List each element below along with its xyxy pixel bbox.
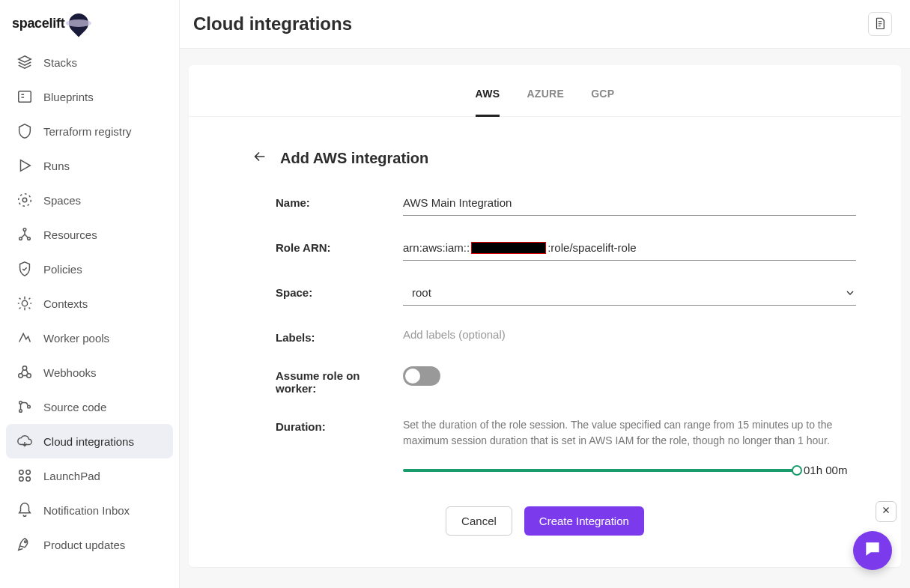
sidebar-item-label: Policies <box>43 263 82 276</box>
sidebar-item-label: Runs <box>43 160 70 172</box>
stacks-icon <box>16 54 33 70</box>
sidebar-item-stacks[interactable]: Stacks <box>6 45 173 79</box>
sidebar-item-cloud-integrations[interactable]: Cloud integrations <box>6 424 173 458</box>
cloud-integrations-icon <box>16 433 33 449</box>
back-button[interactable] <box>252 148 268 168</box>
svg-point-17 <box>25 541 27 543</box>
svg-point-8 <box>27 374 31 378</box>
sidebar-item-label: Terraform registry <box>43 125 132 138</box>
brand-name: spacelift <box>12 16 64 31</box>
policies-icon <box>16 261 33 277</box>
svg-point-14 <box>26 470 31 475</box>
assume-role-toggle[interactable] <box>403 366 440 386</box>
form-title: Add AWS integration <box>280 150 428 167</box>
svg-point-1 <box>22 198 27 202</box>
sidebar-item-label: Worker pools <box>43 332 109 345</box>
sidebar-item-label: Contexts <box>43 297 88 310</box>
brand-logo[interactable]: spacelift <box>6 9 173 45</box>
role-arn-prefix: arn:aws:iam:: <box>403 241 470 254</box>
cancel-button[interactable]: Cancel <box>446 506 512 536</box>
svg-point-12 <box>28 405 31 408</box>
duration-slider[interactable] <box>403 469 798 472</box>
resources-icon <box>16 226 33 243</box>
sidebar-item-spaces[interactable]: Spaces <box>6 183 173 217</box>
sidebar-item-label: LaunchPad <box>43 470 100 482</box>
duration-label: Duration: <box>276 417 403 433</box>
tab-aws[interactable]: AWS <box>476 88 500 117</box>
sidebar-item-label: Stacks <box>43 56 77 69</box>
sidebar-item-policies[interactable]: Policies <box>6 252 173 286</box>
notification-icon <box>16 502 33 518</box>
source-code-icon <box>16 398 33 415</box>
contexts-icon <box>16 295 33 312</box>
sidebar-item-terraform-registry[interactable]: Terraform registry <box>6 114 173 148</box>
duration-value: 01h 00m <box>804 464 856 476</box>
provider-tabs: AWS AZURE GCP <box>189 65 901 117</box>
integration-card: AWS AZURE GCP Add AWS integration Name: <box>189 65 901 567</box>
tab-azure[interactable]: AZURE <box>527 88 564 116</box>
chat-widget-button[interactable] <box>853 531 892 570</box>
runs-icon <box>16 157 33 174</box>
svg-point-10 <box>19 401 22 404</box>
sidebar-item-product-updates[interactable]: Product updates <box>6 527 173 562</box>
duration-help-text: Set the duration of the role session. Th… <box>403 417 856 449</box>
space-label: Space: <box>276 283 403 299</box>
sidebar-item-label: Webhooks <box>43 366 97 379</box>
labels-input[interactable]: Add labels (optional) <box>403 328 506 341</box>
assume-role-label: Assume role on worker: <box>276 366 403 395</box>
sidebar-item-source-code[interactable]: Source code <box>6 390 173 424</box>
sidebar-item-label: Product updates <box>43 539 125 551</box>
webhooks-icon <box>16 364 33 381</box>
tab-gcp[interactable]: GCP <box>591 88 614 116</box>
sidebar-item-runs[interactable]: Runs <box>6 148 173 183</box>
document-icon <box>873 16 887 32</box>
sidebar-item-notification-inbox[interactable]: Notification Inbox <box>6 493 173 527</box>
name-label: Name: <box>276 193 403 209</box>
close-icon <box>881 505 891 518</box>
role-arn-label: Role ARN: <box>276 238 403 254</box>
sidebar-item-label: Source code <box>43 401 106 413</box>
sidebar-item-worker-pools[interactable]: Worker pools <box>6 321 173 355</box>
svg-point-11 <box>19 410 22 413</box>
svg-rect-0 <box>19 91 31 103</box>
labels-label: Labels: <box>276 328 403 344</box>
chat-icon <box>863 539 882 562</box>
close-chat-button[interactable] <box>876 501 897 522</box>
create-integration-button[interactable]: Create Integration <box>524 506 644 536</box>
sidebar-item-label: Spaces <box>43 194 81 207</box>
sidebar-item-resources[interactable]: Resources <box>6 217 173 252</box>
docs-button[interactable] <box>868 12 892 36</box>
spaces-icon <box>16 192 33 208</box>
registry-icon <box>16 123 33 139</box>
slider-thumb[interactable] <box>792 465 802 476</box>
sidebar-item-label: Cloud integrations <box>43 435 134 448</box>
space-select[interactable]: root <box>403 283 856 306</box>
space-value: root <box>412 286 431 299</box>
sidebar: spacelift Stacks Blueprints Terraform re… <box>0 0 180 588</box>
svg-point-3 <box>23 228 26 231</box>
role-arn-suffix: :role/spacelift-role <box>547 241 636 254</box>
blueprints-icon <box>16 88 33 105</box>
updates-icon <box>16 536 33 553</box>
svg-point-2 <box>19 194 31 207</box>
redacted-account-id <box>471 242 546 254</box>
sidebar-item-contexts[interactable]: Contexts <box>6 286 173 321</box>
launchpad-icon <box>16 467 33 484</box>
svg-point-16 <box>26 477 31 482</box>
svg-point-15 <box>19 477 24 482</box>
sidebar-item-blueprints[interactable]: Blueprints <box>6 79 173 114</box>
role-arn-input[interactable]: arn:aws:iam:: :role/spacelift-role <box>403 238 856 261</box>
sidebar-item-label: Blueprints <box>43 91 94 103</box>
sidebar-item-launchpad[interactable]: LaunchPad <box>6 458 173 493</box>
name-input[interactable] <box>403 193 856 216</box>
sidebar-item-webhooks[interactable]: Webhooks <box>6 355 173 390</box>
svg-point-7 <box>19 374 23 378</box>
planet-icon <box>65 10 93 37</box>
arrow-left-icon <box>252 148 268 168</box>
sidebar-item-label: Notification Inbox <box>43 504 130 517</box>
sidebar-item-label: Resources <box>43 228 97 241</box>
svg-point-13 <box>19 470 24 475</box>
page-title: Cloud integrations <box>193 13 352 34</box>
chevron-down-icon <box>844 287 856 299</box>
main-content: Cloud integrations AWS AZURE GCP Add <box>180 0 910 588</box>
